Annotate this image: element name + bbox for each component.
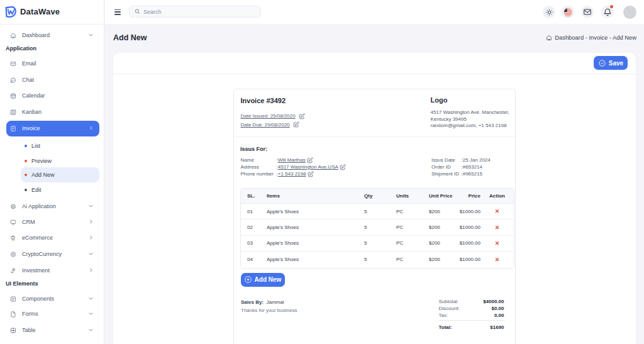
svg-text:AI: AI [13,205,14,208]
